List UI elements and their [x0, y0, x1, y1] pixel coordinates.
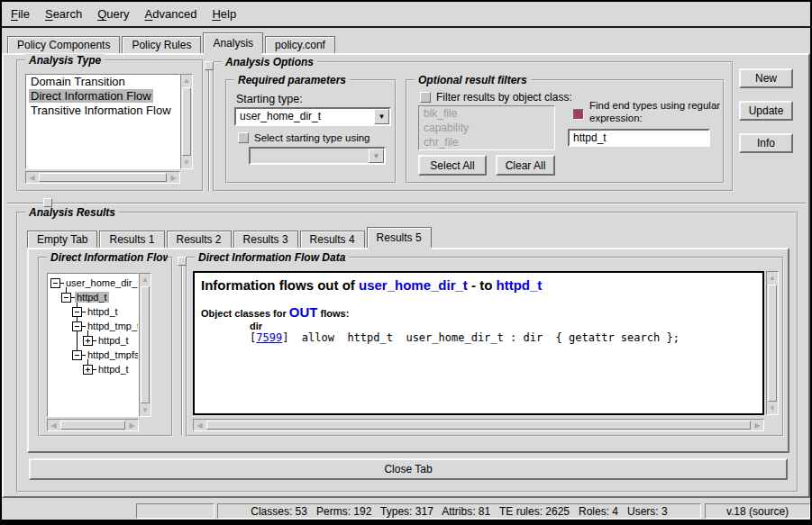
tree-node-label[interactable]: httpd_t [96, 364, 131, 375]
collapse-icon[interactable] [50, 278, 60, 288]
tree-node[interactable]: httpd_tmpfs_t [72, 348, 139, 362]
scroll-down-icon[interactable]: ▼ [767, 403, 778, 414]
starting-type-value[interactable]: user_home_dir_t [236, 109, 374, 124]
scroll-right-icon[interactable]: ▶ [126, 420, 138, 430]
tab-policy-rules[interactable]: Policy Rules [122, 36, 201, 53]
menu-search[interactable]: Search [45, 7, 82, 21]
status-version: v.18 (source) [705, 503, 810, 519]
collapse-icon[interactable] [72, 307, 82, 317]
tree-node-label[interactable]: httpd_t [75, 292, 109, 303]
results-tab-empty-tab[interactable]: Empty Tab [27, 231, 97, 248]
scroll-left-icon[interactable]: ◀ [26, 172, 38, 183]
tree-node[interactable]: httpd_tmp_t [72, 319, 139, 333]
starting-type-combobox[interactable]: user_home_dir_t ▼ [234, 107, 391, 126]
analysis-type-vscrollbar[interactable]: ▲ ▼ [180, 74, 193, 169]
scroll-thumb[interactable] [768, 285, 777, 402]
menu-query[interactable]: Query [97, 7, 129, 21]
main-sash-handle[interactable] [43, 198, 52, 207]
update-button[interactable]: Update [739, 101, 793, 121]
collapse-icon[interactable] [72, 350, 82, 360]
select-all-button[interactable]: Select All [418, 155, 487, 176]
analysis-options-group: Analysis Options Required parameters Sta… [213, 61, 734, 192]
scroll-right-icon[interactable]: ▶ [168, 172, 179, 183]
results-tab-results-3[interactable]: Results 3 [233, 231, 298, 248]
analysis-type-listbox[interactable]: Domain TransitionDirect Information Flow… [25, 74, 180, 169]
tree-node-label[interactable]: httpd_tmpfs_t [86, 349, 139, 360]
clear-all-button[interactable]: Clear All [496, 155, 555, 176]
tree-node-label[interactable]: user_home_dir_t [64, 277, 139, 288]
data-vscrollbar[interactable]: ▲ ▼ [766, 271, 779, 415]
scroll-up-icon[interactable]: ▲ [140, 274, 151, 285]
expand-icon[interactable] [83, 365, 93, 375]
regex-input[interactable] [568, 129, 710, 147]
scroll-thumb[interactable] [141, 286, 150, 403]
analysis-type-title: Analysis Type [25, 54, 105, 67]
close-tab-button[interactable]: Close Tab [29, 458, 788, 480]
analysis-type-hscrollbar[interactable]: ◀ ▶ [25, 171, 180, 184]
results-tab-results-5[interactable]: Results 5 [367, 227, 432, 248]
optional-result-filters-group: Optional result filters Filter results b… [406, 79, 725, 184]
tab-analysis[interactable]: Analysis [203, 32, 263, 53]
tree-node[interactable]: httpd_t [83, 333, 131, 348]
flow-heading: Information flows out of user_home_dir_t… [201, 277, 756, 293]
collapse-icon[interactable] [72, 321, 82, 331]
scroll-thumb[interactable] [60, 421, 125, 430]
chevron-down-icon[interactable]: ▼ [374, 109, 389, 124]
scroll-thumb[interactable] [206, 421, 751, 430]
top-pane-sash-handle[interactable] [205, 61, 214, 70]
scroll-up-icon[interactable]: ▲ [181, 75, 192, 86]
rule-number-link[interactable]: 7599 [256, 331, 282, 344]
object-class-checkbox-label[interactable]: Filter results by object class: [436, 91, 572, 104]
scroll-down-icon[interactable]: ▼ [181, 157, 192, 168]
tree-vscrollbar[interactable]: ▲ ▼ [139, 273, 151, 417]
starting-type-label: Starting type: [236, 93, 303, 105]
list-item-domain-transition[interactable]: Domain Transition [26, 75, 179, 89]
results-tab-results-4[interactable]: Results 4 [300, 231, 365, 248]
list-item-transitive-information-flow[interactable]: Transitive Information Flow [26, 104, 179, 118]
expand-icon[interactable] [83, 336, 93, 346]
tree-node[interactable]: httpd_t [83, 362, 131, 376]
attrib-combobox-value [251, 149, 369, 163]
tree-node[interactable]: httpd_t [61, 290, 109, 304]
scroll-left-icon[interactable]: ◀ [194, 420, 205, 430]
tree-node-label[interactable]: httpd_tmp_t [86, 321, 139, 331]
info-button[interactable]: Info [739, 133, 793, 153]
object-class-checkbox[interactable] [420, 92, 431, 103]
attrib-checkbox[interactable] [238, 132, 249, 143]
regex-checkbox-label[interactable]: Find end types using regular expression: [589, 99, 725, 124]
tree-node[interactable]: user_home_dir_t [50, 276, 139, 290]
results-sash-line [181, 257, 183, 435]
list-item-direct-information-flow[interactable]: Direct Information Flow [26, 89, 179, 104]
flow-data-textarea[interactable]: Information flows out of user_home_dir_t… [193, 271, 764, 415]
regex-label-line2: expression: [589, 112, 725, 124]
tree-node[interactable]: httpd_t [72, 304, 120, 319]
analysis-results-title: Analysis Results [25, 206, 119, 219]
results-tab-results-2[interactable]: Results 2 [167, 231, 232, 248]
tree-node-label[interactable]: httpd_t [86, 306, 120, 317]
scroll-up-icon[interactable]: ▲ [767, 272, 778, 284]
regex-checkbox[interactable] [573, 109, 584, 120]
new-button[interactable]: New [739, 68, 793, 88]
menu-advanced[interactable]: Advanced [145, 7, 197, 21]
rule-line: [7599] allow httpd_t user_home_dir_t : d… [250, 331, 756, 344]
flow-target-type: httpd_t [497, 277, 543, 293]
tree-hscrollbar[interactable]: ◀ ▶ [47, 419, 139, 431]
tree-node-label[interactable]: httpd_t [96, 335, 131, 346]
flow-tree[interactable]: user_home_dir_thttpd_thttpd_thttpd_tmp_t… [47, 273, 139, 417]
results-tab-results-1[interactable]: Results 1 [99, 231, 164, 248]
menu-file[interactable]: File [11, 7, 30, 21]
results-sash-handle[interactable] [178, 257, 187, 266]
results-tab-bar: Empty TabResults 1Results 2Results 3Resu… [27, 226, 433, 248]
tab-policy-conf[interactable]: policy.conf [265, 36, 335, 53]
data-hscrollbar[interactable]: ◀ ▶ [193, 419, 764, 431]
scroll-thumb[interactable] [182, 87, 191, 156]
top-pane-sash-line [208, 61, 210, 191]
scroll-right-icon[interactable]: ▶ [752, 420, 763, 430]
object-class-name: dir [250, 321, 756, 331]
scroll-thumb[interactable] [39, 173, 167, 182]
tab-policy-components[interactable]: Policy Components [7, 36, 120, 53]
collapse-icon[interactable] [61, 293, 71, 303]
menu-help[interactable]: Help [212, 7, 236, 21]
scroll-down-icon[interactable]: ▼ [140, 404, 151, 416]
scroll-left-icon[interactable]: ◀ [48, 420, 59, 430]
